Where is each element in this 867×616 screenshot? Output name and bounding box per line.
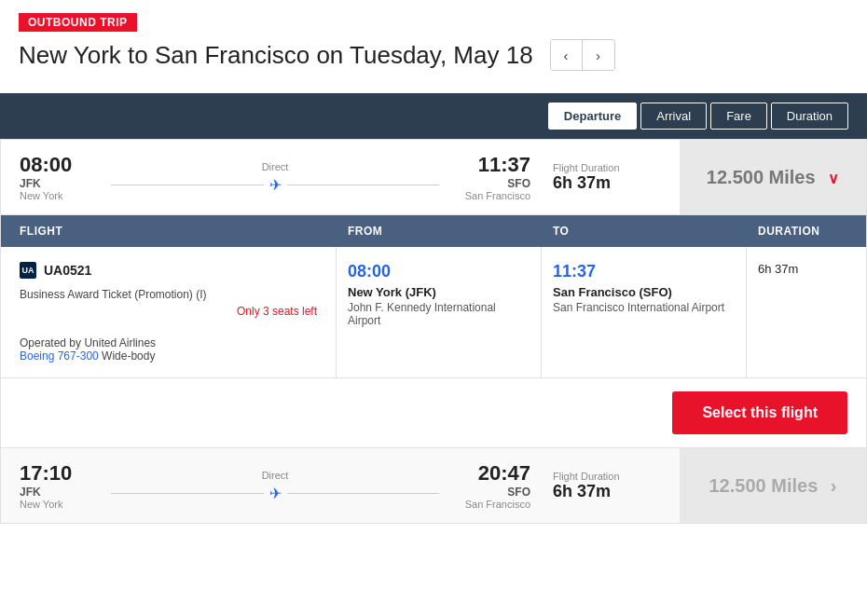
ticket-type: Business Award Ticket (Promotion) (I) [20,288,317,301]
flight-2-line-graphic: ✈ [111,485,439,502]
detail-col-dur-header: DURATION [747,215,866,247]
next-arrow-button[interactable]: › [583,40,614,70]
flight-2-duration-label: Flight Duration [553,471,620,482]
flight-1-dep-city: New York [20,190,94,201]
flight-1-main: 08:00 JFK New York Direct ✈ 11:37 SF [1,140,680,214]
flight-1-miles-box[interactable]: 12.500 Miles ∨ [680,140,866,214]
flight-1-direct-label: Direct [262,161,289,172]
sort-fare-button[interactable]: Fare [710,103,767,130]
flight-2-duration: Flight Duration 6h 37m [530,471,661,501]
col-from-time: 08:00 [348,262,530,281]
col-to-airport: San Francisco International Airport [553,301,735,314]
aircraft: Boeing 767-300 Wide-body [20,349,317,363]
col-to-data: 11:37 San Francisco (SFO) San Francisco … [542,247,747,377]
sort-arrival-button[interactable]: Arrival [640,103,707,130]
col-flight-data: UA UA0521 Business Award Ticket (Promoti… [1,247,337,377]
trip-title-row: New York to San Francisco on Tuesday, Ma… [19,39,848,71]
flight-1-arr-time: 11:37 [456,153,530,177]
plane-icon: ✈ [269,176,282,194]
flight-2-departure: 17:10 JFK New York [20,461,94,510]
col-dur-data: 6h 37m [747,247,866,377]
trip-title: New York to San Francisco on Tuesday, Ma… [19,41,533,70]
flight-1-dep-time: 08:00 [20,153,94,177]
flight-2-miles-box[interactable]: 12.500 Miles › [680,448,866,523]
flight-1-arr-airport: SFO [456,177,530,190]
flight-1-detail: FLIGHT FROM TO DURATION UA UA0521 Busine… [1,214,866,447]
flight-2-line: Direct ✈ [94,470,456,502]
flight-card-1: 08:00 JFK New York Direct ✈ 11:37 SF [0,139,867,448]
flight-1-arrival: 11:37 SFO San Francisco [456,153,530,201]
flight-1-detail-header: FLIGHT FROM TO DURATION [1,215,866,247]
flight-2-arrival: 20:47 SFO San Francisco [456,461,530,510]
flight-2-duration-value: 6h 37m [553,482,611,501]
detail-col-to-header: TO [542,215,747,247]
select-row: Select this flight [1,378,866,447]
select-flight-button[interactable]: Select this flight [672,391,847,434]
flight-1-duration: Flight Duration 6h 37m [530,162,661,193]
sort-duration-button[interactable]: Duration [771,103,848,130]
flight-2-summary: 17:10 JFK New York Direct ✈ 20:47 SFO Sa… [1,448,866,523]
flight-2-miles-text: 12.500 Miles [709,475,819,496]
flight-2-dep-time: 17:10 [20,461,94,486]
outbound-badge: OUTBOUND TRIP [19,13,137,32]
col-from-airport: John F. Kennedy International Airport [348,301,530,327]
flight-2-miles-value: 12.500 Miles › [709,475,837,497]
flight-1-line: Direct ✈ [94,161,456,194]
page-wrapper: OUTBOUND TRIP New York to San Francisco … [0,0,867,616]
flight-1-chevron-icon: ∨ [828,171,839,186]
aircraft-type-text: Wide-body [102,349,155,363]
col-from-city: New York (JFK) [348,285,530,299]
flight-1-line-graphic: ✈ [111,176,439,194]
flight-2-arr-time: 20:47 [456,461,530,486]
flight-2-dep-city: New York [20,499,94,510]
flight-2-main: 17:10 JFK New York Direct ✈ 20:47 SFO Sa… [1,448,680,523]
flight-2-chevron-icon: › [831,475,837,496]
plane-icon-2: ✈ [269,485,282,502]
flight-1-detail-body: UA UA0521 Business Award Ticket (Promoti… [1,247,866,378]
flight-2-arr-airport: SFO [456,486,530,499]
flight-2-direct-label: Direct [262,470,289,481]
flight-1-arr-city: San Francisco [456,190,530,201]
seats-left: Only 3 seats left [237,305,317,318]
detail-col-flight-header: FLIGHT [1,215,337,247]
flight-number: UA0521 [44,263,91,278]
detail-col-from-header: FROM [337,215,542,247]
flight-1-dep-airport: JFK [20,177,94,190]
flight-1-miles-value: 12.500 Miles ∨ [707,167,839,188]
ua-icon: UA [20,262,36,279]
flight-2-arr-city: San Francisco [456,499,530,510]
col-to-city: San Francisco (SFO) [553,285,735,299]
col-dur-val: 6h 37m [758,262,855,276]
flight-card-2: 17:10 JFK New York Direct ✈ 20:47 SFO Sa… [0,448,867,524]
sort-bar: Departure Arrival Fare Duration [0,93,867,139]
flight-1-departure: 08:00 JFK New York [20,153,94,201]
flight-num-row: UA UA0521 [20,262,317,279]
prev-arrow-button[interactable]: ‹ [551,40,583,70]
col-to-time: 11:37 [553,262,735,281]
operated-by: Operated by United Airlines [20,336,317,349]
top-header: OUTBOUND TRIP New York to San Francisco … [0,0,867,80]
flight-1-summary: 08:00 JFK New York Direct ✈ 11:37 SF [1,140,866,214]
aircraft-link[interactable]: Boeing 767-300 [20,349,99,363]
flight-2-dep-airport: JFK [20,486,94,499]
flight-1-duration-value: 6h 37m [553,173,611,193]
nav-arrows: ‹ › [550,39,615,71]
col-from-data: 08:00 New York (JFK) John F. Kennedy Int… [337,247,542,377]
flight-1-duration-label: Flight Duration [553,162,620,173]
flight-1-miles-text: 12.500 Miles [707,167,816,187]
sort-departure-button[interactable]: Departure [548,103,637,130]
